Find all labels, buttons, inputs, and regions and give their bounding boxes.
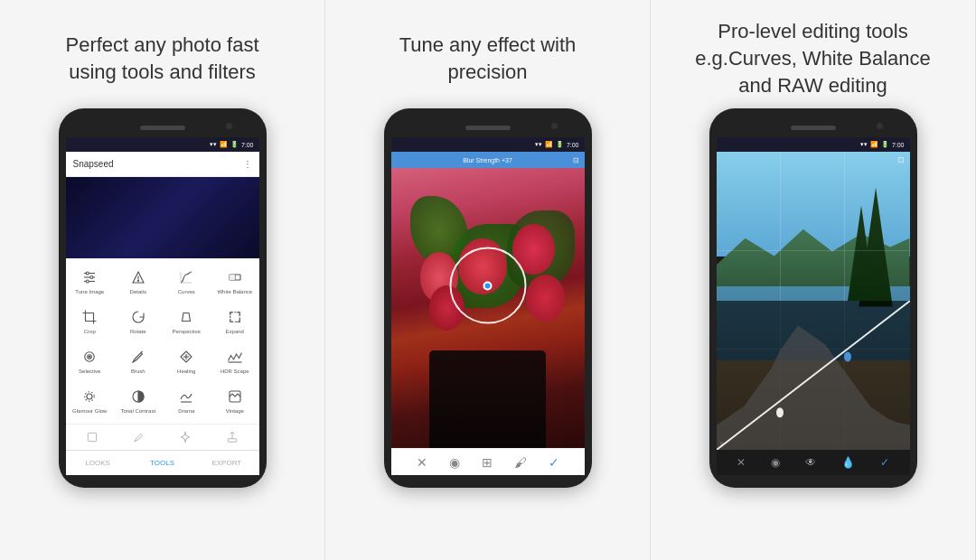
phone-3-image-area: ⊡ xyxy=(717,152,910,450)
phone-1-image xyxy=(66,177,259,258)
selective-label: Selective xyxy=(79,369,100,375)
phone-2-bottom-toolbar: ✕ ◉ ⊞ 🖌 ✓ xyxy=(391,448,585,475)
details-label: Details xyxy=(130,289,146,295)
p3-eye-btn[interactable]: ◉ xyxy=(771,456,780,469)
phone-1-screen: Snapseed ⋮ Tune Image xyxy=(66,152,259,475)
p2-play-btn[interactable]: ◉ xyxy=(449,455,460,470)
tool-glamour-glow[interactable]: Glamour Glow xyxy=(66,380,115,420)
p3-brush-btn[interactable]: 💧 xyxy=(841,456,855,469)
svg-rect-13 xyxy=(230,275,235,280)
phone-1-status-bar: ▾▾ 📶 🔋 7:00 xyxy=(66,137,259,152)
phone-2-speaker xyxy=(465,126,511,130)
tab-export[interactable]: EXPORT xyxy=(194,455,258,471)
tool-brush[interactable]: Brush xyxy=(114,341,163,381)
healing-icon xyxy=(176,347,196,367)
tonal-contrast-label: Tonal Contrast xyxy=(120,408,155,415)
tool-white-balance[interactable]: White Balance xyxy=(211,262,259,302)
panel-3: Pro-level editing tools e.g.Curves, Whit… xyxy=(651,0,976,560)
rotate-icon xyxy=(128,307,148,327)
details-icon xyxy=(128,267,148,287)
tool-details[interactable]: Details xyxy=(114,262,163,302)
phone-3-bottom-toolbar: ✕ ◉ 👁 💧 ✓ xyxy=(717,450,910,475)
expand-icon xyxy=(225,307,245,327)
healing-label: Healing xyxy=(177,369,195,375)
panel-2: Tune any effect with precision ▾▾ 📶 🔋 7:… xyxy=(325,0,651,560)
svg-point-30 xyxy=(844,351,851,361)
tune-image-label: Tune Image xyxy=(75,289,104,295)
phone-1: ▾▾ 📶 🔋 7:00 Snapseed ⋮ xyxy=(59,108,267,488)
p2-signal-icon: 📶 xyxy=(545,141,553,148)
white-balance-label: White Balance xyxy=(217,289,252,295)
battery-icon: 🔋 xyxy=(230,141,239,148)
crop-icon xyxy=(80,307,99,327)
app-bar: Snapseed ⋮ xyxy=(66,152,259,177)
p2-time: 7:00 xyxy=(567,142,579,148)
p3-cancel-btn[interactable]: ✕ xyxy=(737,456,746,469)
tool-curves[interactable]: Curves xyxy=(163,262,211,302)
p2-sliders-btn[interactable]: ⊞ xyxy=(482,455,493,470)
svg-point-5 xyxy=(87,280,89,283)
svg-point-3 xyxy=(87,272,89,275)
sparkle-icon-bottom xyxy=(163,427,210,447)
panel-1-title: Perfect any photo fast using tools and f… xyxy=(65,27,258,90)
svg-rect-28 xyxy=(228,439,236,443)
tab-tools[interactable]: TOOLS xyxy=(130,455,194,471)
svg-point-29 xyxy=(776,407,784,417)
selective-icon xyxy=(80,347,99,367)
curves-icon xyxy=(176,267,196,287)
p2-wifi-icon: ▾▾ xyxy=(535,141,542,148)
tool-rotate[interactable]: Rotate xyxy=(114,302,163,341)
tool-vintage[interactable]: Vintage xyxy=(211,380,259,420)
tools-grid: Tune Image Details xyxy=(66,258,259,424)
tool-tune-image[interactable]: Tune Image xyxy=(66,262,115,302)
drama-label: Drama xyxy=(178,408,194,415)
panel-2-title: Tune any effect with precision xyxy=(399,27,577,90)
p2-cancel-btn[interactable]: ✕ xyxy=(417,455,427,470)
p2-brush2-btn[interactable]: 🖌 xyxy=(514,455,527,470)
looks-icon-bottom xyxy=(70,427,117,447)
export-icon-bottom xyxy=(209,427,256,447)
app-title: Snapseed xyxy=(73,159,114,169)
p2-confirm-btn[interactable]: ✓ xyxy=(549,455,559,470)
perspective-icon xyxy=(176,307,196,327)
blur-strength-indicator: Blur Strength +37 xyxy=(463,157,512,163)
tool-healing[interactable]: Healing xyxy=(163,341,211,381)
p3-eye2-btn[interactable]: 👁 xyxy=(805,456,816,469)
rotate-label: Rotate xyxy=(130,329,146,335)
phone-3-status-bar: ▾▾ 📶 🔋 7:00 xyxy=(717,137,910,152)
tab-looks[interactable]: LOOKS xyxy=(66,455,130,471)
glamour-glow-label: Glamour Glow xyxy=(72,408,107,415)
drama-icon xyxy=(176,387,196,406)
phone-3-speaker xyxy=(791,126,836,130)
svg-point-23 xyxy=(85,391,95,401)
circle-selector xyxy=(449,247,526,324)
tool-perspective[interactable]: Perspective xyxy=(163,302,211,341)
tool-crop[interactable]: Crop xyxy=(66,302,115,341)
tool-hdr-scape[interactable]: HDR Scape xyxy=(211,341,259,381)
svg-point-17 xyxy=(89,356,91,358)
phone-3-camera xyxy=(877,123,883,129)
curves-corner-icon: ⊡ xyxy=(897,155,905,164)
tune-image-icon xyxy=(80,267,99,287)
tool-drama[interactable]: Drama xyxy=(163,380,211,420)
phone-1-bottom-tabs: LOOKS TOOLS EXPORT xyxy=(66,450,259,475)
p3-wifi-icon: ▾▾ xyxy=(860,141,868,148)
p3-confirm-btn[interactable]: ✓ xyxy=(880,456,889,469)
tool-selective[interactable]: Selective xyxy=(66,341,115,381)
histogram-overlay: ○ xyxy=(717,301,910,450)
time: 7:00 xyxy=(241,142,254,148)
tool-tonal-contrast[interactable]: Tonal Contrast xyxy=(114,380,163,420)
phone-2-image-area xyxy=(391,168,585,448)
p3-battery-icon: 🔋 xyxy=(881,141,889,148)
panel-3-title: Pro-level editing tools e.g.Curves, Whit… xyxy=(695,27,930,90)
phone-2-camera xyxy=(551,123,558,129)
phone-2-status-bar: ▾▾ 📶 🔋 7:00 xyxy=(391,137,585,152)
vintage-label: Vintage xyxy=(226,408,244,415)
signal-icon: 📶 xyxy=(220,141,228,148)
glamour-glow-icon xyxy=(80,387,99,406)
phone-3-screen: ⊡ xyxy=(717,152,910,475)
tool-expand[interactable]: Expand xyxy=(211,302,259,341)
compare-icon: ⊡ xyxy=(573,156,579,164)
phone-2-screen: Blur Strength +37 ⊡ xyxy=(391,152,585,475)
svg-rect-14 xyxy=(230,313,240,322)
